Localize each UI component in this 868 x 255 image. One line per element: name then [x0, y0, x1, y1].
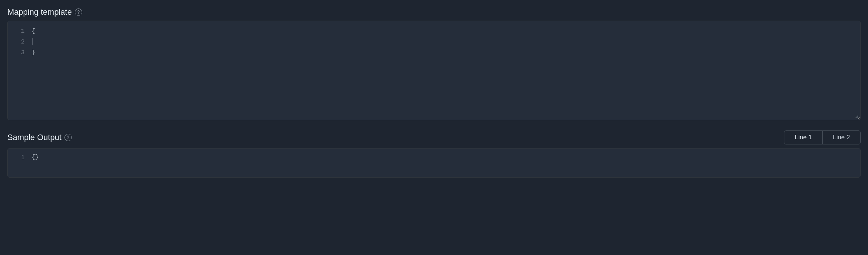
sample-output-section: Sample Output ? Line 1 Line 2 1 {} [7, 130, 861, 178]
output-line-1: 1 {} [8, 154, 860, 161]
sample-output-left: Sample Output ? [7, 133, 72, 142]
line-content-1: { [31, 26, 35, 37]
code-line-2: 2 [8, 37, 860, 48]
resize-handle[interactable]: ◢ [855, 115, 860, 119]
mapping-template-editor[interactable]: 1 { 2 3 } ◢ [7, 21, 861, 120]
code-line-3: 3 } [8, 48, 860, 58]
line-number-1: 1 [14, 26, 25, 37]
code-lines: 1 { 2 3 } [8, 26, 860, 58]
mapping-template-help-icon[interactable]: ? [75, 8, 82, 16]
line-content-2 [31, 37, 32, 48]
mapping-template-title: Mapping template [7, 7, 72, 17]
tab-group: Line 1 Line 2 [784, 130, 861, 144]
sample-output-help-icon[interactable]: ? [64, 134, 72, 141]
sample-output-title: Sample Output [7, 133, 62, 142]
sample-output-header: Sample Output ? Line 1 Line 2 [7, 130, 861, 144]
mapping-template-section: Mapping template ? 1 { 2 3 } ◢ [7, 7, 861, 120]
output-line-number-1: 1 [14, 154, 25, 161]
output-content-1: {} [31, 154, 39, 161]
sample-output-display: 1 {} [7, 148, 861, 178]
line-number-3: 3 [14, 48, 25, 58]
tab-line1[interactable]: Line 1 [784, 131, 822, 144]
text-cursor [32, 38, 32, 45]
tab-line2[interactable]: Line 2 [823, 131, 860, 144]
mapping-template-header: Mapping template ? [7, 7, 861, 17]
line-number-2: 2 [14, 37, 25, 48]
code-line-1: 1 { [8, 26, 860, 37]
line-content-3: } [31, 48, 35, 58]
